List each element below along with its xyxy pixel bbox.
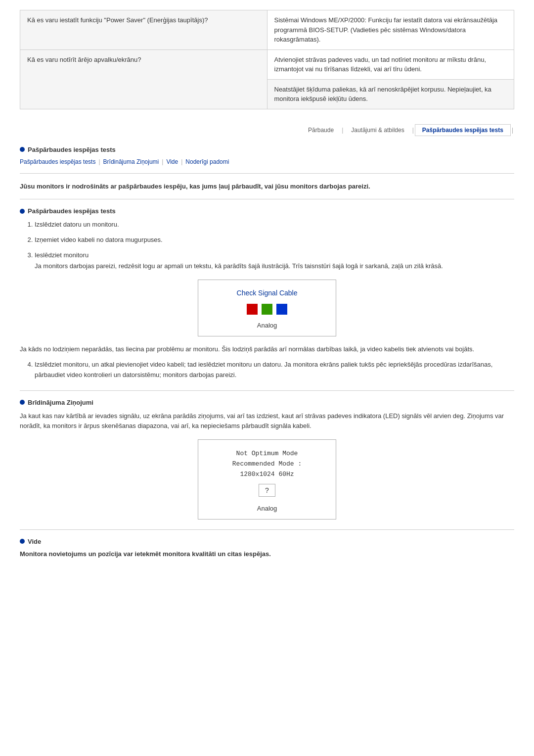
warning-heading-label: Brīdinājuma Ziņojumi [28,399,93,406]
self-test-heading-label: Pašpārbaudes iespējas tests [28,207,116,215]
warning-heading: Brīdinājuma Ziņojumi [20,399,514,406]
step-2-text: Izņemiet video kabeli no datora mugurpus… [35,236,163,243]
breadcrumb-sep-2: | [181,158,182,165]
step-3: Ieslēdziet monitoru Ja monitors darbojas… [35,250,514,272]
blue-dot-icon-2 [20,209,25,214]
vide-bold-text: Monitora novietojums un pozīcija var iet… [20,550,514,558]
breadcrumb-sep-1: | [162,158,163,165]
step-1: Izslēdziet datoru un monitoru. [35,220,514,230]
signal-cable-box: Check Signal Cable Analog [198,280,336,336]
blue-dot-icon-4 [20,539,25,544]
vide-heading: Vide [20,538,514,545]
vide-heading-label: Vide [28,538,41,545]
faq-answer-2a: Atvienojiet strāvas padeves vadu, un tad… [267,49,514,79]
self-test-heading: Pašpārbaudes iespējas tests [20,207,514,215]
steps-list-cont: Izslēdziet monitoru, un atkal pievienoji… [35,360,514,380]
breadcrumb-item-3[interactable]: Noderīgi padomi [185,158,229,165]
warning-section: Brīdinājuma Ziņojumi Ja kaut kas nav kār… [20,399,514,520]
step-3-title: Ieslēdziet monitoru [35,251,89,259]
signal-box-title: Check Signal Cable [208,289,326,297]
tab-jautajumi[interactable]: Jautājumi & atbildes [344,125,411,136]
question-mark-box: ? [259,484,275,497]
divider-3 [20,390,514,391]
step-1-text: Izslēdziet datoru un monitoru. [35,221,119,228]
breadcrumb-item-2[interactable]: Vide [166,158,178,165]
after-box-para: Ja kāds no lodziņiem neparādās, tas liec… [20,344,514,355]
tab-parbaude[interactable]: Pārbaude [301,125,341,136]
faq-question-1: Kā es varu iestatīt funkciju "Power Save… [20,10,267,50]
blue-dot-icon [20,147,25,152]
breadcrumb-item-1[interactable]: Brīdinājuma Ziņojumi [103,158,159,165]
blue-dot-icon-3 [20,400,25,405]
optimum-mode-box: Not Optimum Mode Recommended Mode : 1280… [198,439,336,519]
warning-para: Ja kaut kas nav kārtībā ar ievades signā… [20,411,514,432]
optimum-box-label: Analog [208,505,326,512]
divider-2 [20,199,514,199]
page-heading: Pašpārbaudes iespējas tests [20,146,514,153]
faq-table: Kā es varu iestatīt funkciju "Power Save… [20,10,514,109]
step-3-desc: Ja monitors darbojas pareizi, redzēsit l… [35,261,514,272]
page-title: Pašpārbaudes iespējas tests [28,146,116,153]
breadcrumb-item-0[interactable]: Pašpārbaudes iespējas tests [20,158,95,165]
tab-pasparbaudes[interactable]: Pašpārbaudes iespējas tests [415,124,511,136]
self-test-section: Pašpārbaudes iespējas tests Izslēdziet d… [20,207,514,380]
vide-section: Vide Monitora novietojums un pozīcija va… [20,538,514,558]
red-square [247,304,258,315]
faq-question-2: Kā es varu notīrīt ārējo apvalku/ekrānu? [20,49,267,109]
divider-4 [20,529,514,530]
blue-square [276,304,287,315]
faq-answer-1: Sistēmai Windows ME/XP/2000: Funkciju fa… [267,10,514,50]
intro-text: Jūsu monitors ir nodrošināts ar pašpārba… [20,182,514,191]
breadcrumb: Pašpārbaudes iespējas tests | Brīdinājum… [20,158,514,165]
steps-list: Izslēdziet datoru un monitoru. Izņemiet … [35,220,514,272]
faq-answer-2b: Neatstājiet šķīduma paliekas, kā arī nen… [267,79,514,109]
step-4: Izslēdziet monitoru, un atkal pievienoji… [35,360,514,380]
nav-tabs: Pārbaude | Jautājumi & atbildes | Pašpār… [20,124,514,136]
step-4-text: Izslēdziet monitoru, un atkal pievienoji… [35,361,492,378]
nav-sep-2: | [411,127,415,134]
color-squares [208,304,326,315]
signal-box-label: Analog [208,322,326,329]
nav-sep-1: | [341,127,344,134]
breadcrumb-sep-0: | [98,158,100,165]
optimum-line3: 1280x1024 60Hz [208,470,326,480]
nav-sep-3: | [511,127,514,134]
divider-1 [20,173,514,174]
optimum-line1: Not Optimum Mode [208,449,326,459]
green-square [262,304,272,315]
step-2: Izņemiet video kabeli no datora mugurpus… [35,235,514,245]
optimum-line2: Recommended Mode : [208,459,326,470]
